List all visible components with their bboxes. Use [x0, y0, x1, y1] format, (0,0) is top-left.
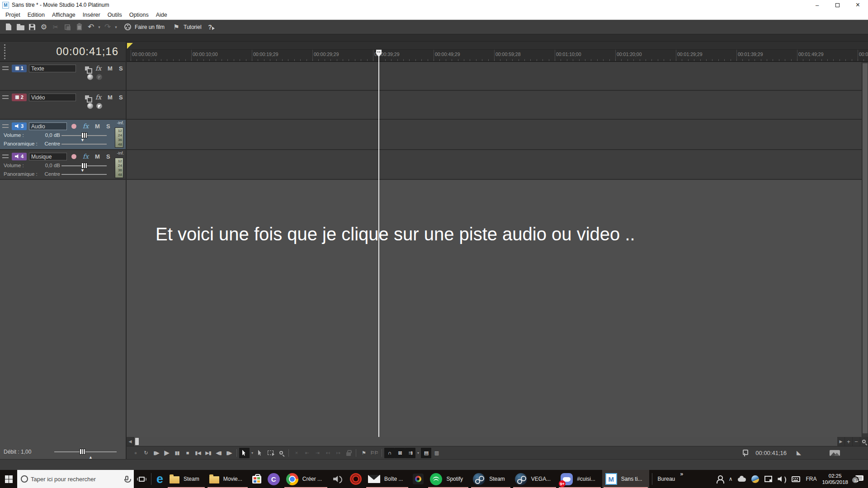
desktop-toolbar[interactable]: » Bureau [655, 470, 685, 488]
pan-slider[interactable] [61, 144, 107, 145]
compositing-mode-icon[interactable] [87, 74, 93, 80]
track-name-input[interactable]: Vidéo [29, 94, 76, 101]
loop-playback-button[interactable]: ↻ [141, 448, 151, 458]
track-header-3[interactable]: 3 Audio fx M S -Inf. 12 24 36 48 Volume … [0, 120, 126, 150]
track-drag-handle[interactable] [2, 95, 9, 99]
horizontal-scrollbar-track[interactable] [134, 437, 837, 446]
track-fx-button[interactable]: fx [83, 153, 89, 160]
task-view-button[interactable] [134, 470, 149, 488]
taskbar-app-purple-circle-app[interactable]: C [264, 470, 283, 488]
marker-bar[interactable] [127, 42, 868, 50]
normal-edit-tool-dropdown[interactable]: ▾ [250, 451, 255, 455]
horizontal-scrollbar[interactable]: ◀ ▶ + − [127, 437, 868, 446]
track-motion-icon[interactable] [96, 103, 102, 109]
delete-button[interactable]: × [291, 448, 302, 458]
minimize-button[interactable]: – [807, 0, 827, 10]
taskbar-app-movie-studio[interactable]: MSans ti... [602, 470, 649, 488]
video-preview-icon[interactable] [830, 450, 840, 456]
menu-affichage[interactable]: Affichage [48, 10, 79, 19]
track-drag-handle[interactable] [2, 124, 9, 128]
taskbar-app-steam-vega[interactable]: VEGA... [512, 470, 557, 488]
track-name-input[interactable]: Texte [29, 65, 76, 72]
pan-slider-handle[interactable]: ▼ [80, 168, 85, 173]
horizontal-scrollbar-thumb[interactable] [135, 438, 139, 445]
compositing-mode-icon[interactable] [87, 103, 93, 109]
mute-button[interactable]: M [95, 123, 100, 130]
menu-inserer[interactable]: Insérer [79, 10, 104, 19]
normal-edit-tool-button[interactable] [239, 448, 250, 458]
pan-slider-handle[interactable]: ▼ [80, 138, 85, 142]
next-frame-button[interactable]: ▮▶ [224, 448, 234, 458]
zoom-tool-button[interactable] [860, 437, 868, 446]
menu-options[interactable]: Options [126, 10, 152, 19]
tutorial-label[interactable]: Tutoriel [184, 24, 202, 30]
shift-right-button[interactable]: ↦ [333, 448, 343, 458]
menu-projet[interactable]: Projet [2, 10, 24, 19]
zoom-out-button[interactable]: − [853, 437, 860, 446]
search-input[interactable] [28, 476, 125, 483]
trim-end-button[interactable]: ⇥ [312, 448, 322, 458]
slip-edit-button[interactable]: ▥ [431, 448, 442, 458]
shift-left-button[interactable]: ↤ [322, 448, 333, 458]
onedrive-cloud-icon[interactable] [738, 478, 746, 482]
taskbar-app-discord[interactable]: 9+#cuisi... [557, 470, 602, 488]
transport-time-display[interactable]: 00:00:41;16 [755, 450, 787, 456]
solo-button[interactable]: S [119, 65, 123, 72]
language-indicator[interactable]: FRA [806, 476, 816, 482]
undo-button[interactable]: ↶ [85, 21, 96, 33]
solo-button[interactable]: S [119, 94, 123, 101]
auto-ripple-button[interactable]: ⇉ [405, 448, 415, 458]
track-header-4[interactable]: 4 Musique fx M S -Inf. 12 24 36 48 Volum… [0, 150, 126, 180]
redo-button[interactable]: ↷ [102, 21, 113, 33]
insert-marker-button[interactable]: ⚑ [359, 448, 369, 458]
play-button[interactable]: ▶ [161, 448, 172, 458]
taskbar-app-edge[interactable]: e [153, 470, 166, 488]
playhead[interactable] [378, 50, 379, 437]
redo-dropdown[interactable]: ▾ [113, 25, 118, 29]
menu-aide[interactable]: Aide [152, 10, 171, 19]
taskbar-app-folder-steam[interactable]: Steam [166, 470, 206, 488]
close-button[interactable]: × [848, 0, 868, 10]
mute-button[interactable]: M [108, 94, 113, 101]
taskbar-app-color-wheel-app[interactable] [410, 470, 427, 488]
track-lane-1[interactable] [127, 62, 868, 91]
compositing-child-icon[interactable] [85, 95, 89, 99]
record-button[interactable]: ● [130, 448, 141, 458]
selection-edit-tool-button[interactable] [265, 448, 276, 458]
play-from-start-button[interactable]: ▮▶ [151, 448, 161, 458]
go-to-start-button[interactable]: ▮◀ [193, 448, 203, 458]
taskbar-search[interactable] [17, 470, 134, 488]
taskbar-app-mail[interactable]: Boîte ... [365, 470, 410, 488]
make-movie-button[interactable] [122, 21, 133, 33]
start-button[interactable] [0, 470, 17, 488]
new-project-button[interactable] [3, 21, 14, 33]
tray-chevron-up-icon[interactable]: ∧ [729, 476, 733, 482]
overflow-chevrons[interactable]: » [680, 471, 683, 477]
pause-button[interactable]: ▮▮ [172, 448, 182, 458]
taskbar-app-chrome[interactable]: Créer ... [283, 470, 329, 488]
make-movie-label[interactable]: Faire un film [135, 24, 165, 30]
tray-app-icon[interactable] [751, 475, 759, 483]
tutorial-button[interactable]: ⚑ [171, 21, 182, 33]
pan-slider[interactable] [61, 174, 107, 175]
taskbar-clock[interactable]: 02:25 10/05/2018 [822, 473, 848, 485]
menu-edition[interactable]: Edition [24, 10, 48, 19]
vertical-scrollbar-thumb[interactable] [863, 63, 868, 433]
lock-envelopes-button[interactable]: ▤ [421, 448, 431, 458]
insert-region-button[interactable]: ⚐⚐ [369, 448, 379, 458]
maximize-button[interactable] [827, 0, 848, 10]
start-marker-icon[interactable] [127, 43, 133, 49]
track-motion-icon[interactable] [96, 74, 102, 80]
properties-button[interactable]: ⚙ [38, 21, 49, 33]
corner-triangle-icon[interactable]: ◣ [797, 449, 801, 456]
track-fx-button[interactable]: fx [95, 65, 101, 72]
mute-button[interactable]: M [108, 65, 113, 72]
rate-slider[interactable] [54, 451, 117, 452]
go-to-end-button[interactable]: ▶▮ [203, 448, 213, 458]
current-time-display[interactable]: 00:00:41;16 [56, 45, 118, 58]
taskbar-app-steam[interactable]: Steam [470, 470, 512, 488]
track-header-1[interactable]: ▦ 1 Texte fx M S [0, 62, 126, 91]
menu-outils[interactable]: Outils [104, 10, 126, 19]
track-name-input[interactable]: Musique [29, 153, 67, 160]
auto-crossfade-button[interactable]: ⊠ [395, 448, 405, 458]
